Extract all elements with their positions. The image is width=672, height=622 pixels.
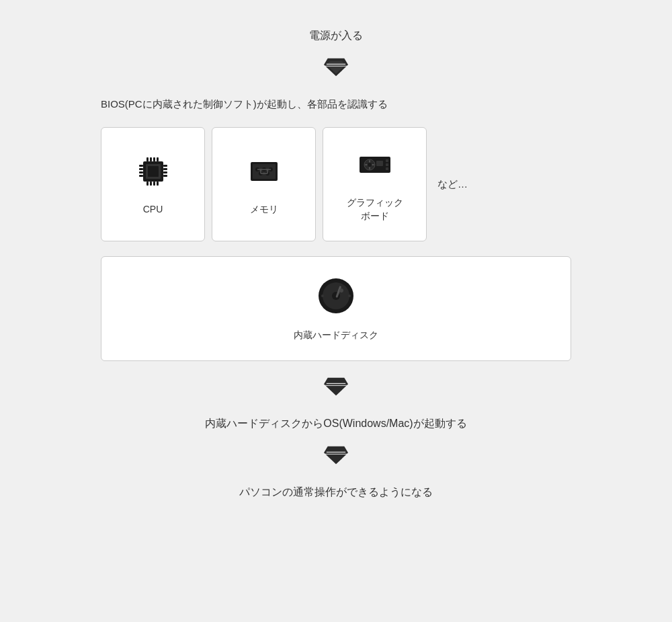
- svg-rect-10: [157, 157, 159, 161]
- svg-rect-38: [386, 159, 388, 162]
- components-row: CPU: [101, 127, 571, 241]
- gpu-label: グラフィック ボード: [347, 196, 403, 223]
- diamond-arrow-icon-2: [324, 377, 348, 399]
- arrow-diamond-1: [324, 56, 348, 81]
- svg-rect-22: [163, 175, 167, 177]
- svg-marker-49: [324, 378, 348, 396]
- svg-rect-40: [386, 167, 388, 170]
- svg-marker-52: [324, 446, 348, 465]
- svg-point-48: [348, 295, 351, 297]
- hdd-icon: [316, 276, 356, 321]
- svg-rect-39: [386, 163, 388, 166]
- svg-rect-7: [146, 157, 149, 161]
- svg-rect-21: [163, 171, 167, 173]
- svg-rect-17: [139, 171, 143, 173]
- cpu-icon: [134, 153, 172, 195]
- hdd-label: 内蔵ハードディスク: [294, 329, 378, 342]
- gpu-icon: [356, 146, 394, 188]
- etc-label: など…: [437, 178, 468, 191]
- svg-marker-1: [327, 61, 345, 73]
- svg-rect-16: [139, 168, 143, 170]
- svg-rect-8: [150, 157, 152, 161]
- gpu-box: グラフィック ボード: [323, 127, 427, 241]
- memory-icon: [245, 153, 283, 195]
- memory-label: メモリ: [250, 203, 278, 217]
- svg-rect-20: [163, 168, 167, 170]
- svg-rect-13: [153, 182, 155, 186]
- svg-rect-19: [163, 165, 167, 167]
- step3-label: パソコンの通常操作ができるようになる: [239, 483, 433, 501]
- arrow-diamond-3: [324, 444, 348, 469]
- page-container: 電源が入る BIOS(PCに内蔵された制御ソフト)が起動し、各部品を認識する: [0, 0, 672, 622]
- svg-point-46: [339, 288, 343, 293]
- svg-rect-14: [157, 182, 159, 186]
- svg-rect-11: [146, 182, 149, 186]
- svg-point-47: [321, 295, 324, 297]
- memory-box: メモリ: [212, 127, 316, 241]
- boxes-group: CPU: [101, 127, 427, 241]
- svg-rect-18: [139, 175, 143, 177]
- step2-label: 内蔵ハードディスクからOS(Windows/Mac)が起動する: [205, 415, 466, 432]
- step1-label: 電源が入る: [309, 27, 363, 44]
- cpu-label: CPU: [143, 203, 163, 217]
- svg-point-37: [368, 163, 372, 167]
- svg-rect-15: [139, 165, 143, 167]
- bios-label: BIOS(PCに内蔵された制御ソフト)が起動し、各部品を認識する: [101, 95, 571, 113]
- svg-rect-9: [153, 157, 155, 161]
- svg-rect-12: [150, 182, 152, 186]
- hdd-box: 内蔵ハードディスク: [101, 256, 571, 361]
- svg-rect-6: [148, 166, 159, 177]
- cpu-box: CPU: [101, 127, 205, 241]
- arrow-diamond-2: [324, 376, 348, 400]
- diamond-arrow-icon-3: [324, 446, 348, 467]
- svg-rect-41: [376, 161, 383, 166]
- diamond-arrow-icon-1: [324, 58, 348, 79]
